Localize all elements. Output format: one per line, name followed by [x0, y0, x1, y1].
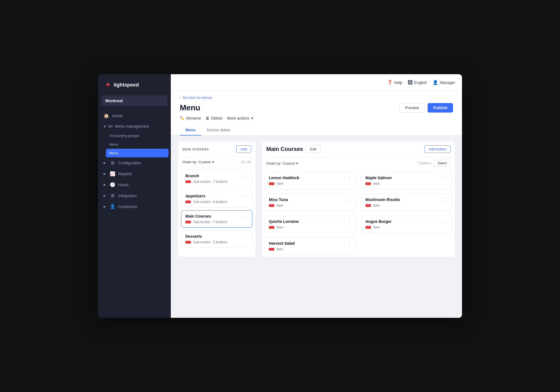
sidebar-item-menu[interactable]: Menu — [106, 149, 169, 157]
page-actions: Preview Publish — [399, 103, 453, 113]
accounting-groups-label: Accounting groups — [109, 134, 139, 138]
right-column: Main Courses Edit Add button Order by: C… — [262, 141, 455, 257]
page-title-row: Menu Preview Publish — [180, 103, 453, 113]
rename-icon: ✏️ — [180, 116, 185, 120]
breadcrumb-arrow-icon: ‹ — [180, 96, 181, 100]
right-order-arrow-icon: ▾ — [296, 161, 298, 165]
item-card-angus-burger[interactable]: Angus Burger Item ⋮⋮ — [361, 216, 452, 233]
quiche-lorraine-color-dot — [269, 226, 274, 229]
configuration-label: Configuration — [118, 161, 141, 165]
help-button[interactable]: ❓ Help — [387, 80, 402, 85]
left-column: MAIN SCREENS Add Order by: Custom ▾ 10 /… — [178, 141, 256, 257]
add-screen-button[interactable]: Add — [236, 145, 251, 153]
logo-text: lightspeed — [114, 82, 139, 88]
item-lemon-haddock-sub: Item — [269, 182, 340, 186]
reports-icon: 📈 — [110, 171, 115, 176]
item-card-miso-tuna[interactable]: Miso Tuna Item ⋮⋮ — [265, 194, 356, 211]
sidebar-item-home[interactable]: 🏠 Home — [100, 110, 169, 121]
harvest-salad-color-dot — [269, 248, 274, 251]
left-order-select[interactable]: Order by: Custom ▾ — [182, 160, 214, 164]
expand-arrow-icon: ▾ — [104, 124, 106, 129]
angus-burger-sub-label: Item — [373, 225, 380, 229]
left-order-label: Order by: — [182, 160, 197, 164]
harvest-salad-drag-handle[interactable]: ⋮⋮ — [340, 241, 351, 246]
maple-salmon-drag-handle[interactable]: ⋮⋮ — [437, 176, 448, 181]
edit-button[interactable]: Edit — [306, 145, 320, 153]
quiche-lorraine-sub-label: Item — [277, 225, 283, 229]
main-courses-drag-handle[interactable]: ⋮⋮ — [237, 214, 248, 219]
select-button[interactable]: Select — [434, 160, 451, 167]
screen-card-desserts[interactable]: Desserts Sub-screen - 3 buttons ⋮⋮ — [181, 230, 252, 248]
sidebar-item-customers[interactable]: ▶ 👤 Customers — [100, 201, 169, 212]
language-selector[interactable]: 🅰 English — [408, 80, 427, 85]
item-mushroom-risotto-content: Mushroom Risotto Item — [365, 197, 437, 207]
sidebar-location[interactable]: Montreal — [101, 95, 167, 106]
miso-tuna-drag-handle[interactable]: ⋮⋮ — [340, 197, 351, 203]
brunch-drag-handle[interactable]: ⋮⋮ — [237, 174, 248, 179]
topbar: ❓ Help 🅰 English 👤 Manager — [171, 74, 462, 91]
appetizers-drag-handle[interactable]: ⋮⋮ — [237, 194, 248, 199]
user-menu[interactable]: 👤 Manager — [433, 80, 455, 85]
delete-button[interactable]: 🗑 Delete — [206, 116, 222, 120]
item-angus-burger-name: Angus Burger — [365, 219, 437, 224]
sidebar-item-menu-management[interactable]: ▾ 🍽 Menu management — [100, 121, 169, 131]
screen-card-desserts-sub: Sub-screen - 3 buttons — [185, 240, 237, 244]
mushroom-risotto-drag-handle[interactable]: ⋮⋮ — [437, 197, 448, 203]
item-maple-salmon-name: Maple Salmon — [365, 176, 437, 180]
customers-label: Customers — [118, 204, 137, 209]
more-actions-button[interactable]: More actions ▾ — [227, 116, 253, 120]
sidebar-item-integration[interactable]: ▶ ⊞ Integration — [100, 190, 169, 201]
tab-device-status[interactable]: Device status — [201, 125, 236, 136]
item-quiche-lorraine-content: Quiche Lorraine Item — [269, 219, 340, 229]
tab-device-status-label: Device status — [207, 128, 230, 132]
desserts-sub-label: Sub-screen - 3 buttons — [193, 240, 227, 244]
sidebar-item-hours[interactable]: ▶ 🕐 Hours — [100, 179, 169, 190]
item-lemon-haddock-name: Lemon Haddock — [269, 176, 340, 180]
item-card-harvest-salad[interactable]: Harvest Salad Item ⋮⋮ — [265, 237, 356, 255]
item-card-mushroom-risotto[interactable]: Mushroom Risotto Item ⋮⋮ — [361, 194, 452, 211]
item-card-maple-salmon[interactable]: Maple Salmon Item ⋮⋮ — [361, 172, 452, 189]
sidebar-item-reports[interactable]: ▶ 📈 Reports — [100, 168, 169, 179]
lemon-haddock-drag-handle[interactable]: ⋮⋮ — [340, 176, 351, 181]
item-maple-salmon-sub: Item — [365, 182, 437, 186]
user-label: Manager — [440, 80, 455, 85]
item-card-quiche-lorraine[interactable]: Quiche Lorraine Item ⋮⋮ — [265, 216, 356, 233]
screen-card-desserts-name: Desserts — [185, 234, 237, 239]
right-order-bar: Order by: Custom ▾ 7 buttons Select — [262, 157, 455, 170]
item-mushroom-risotto-sub: Item — [365, 204, 437, 207]
screen-card-brunch-name: Brunch — [185, 174, 237, 178]
add-button-button[interactable]: Add button — [424, 145, 451, 153]
items-label: Items — [109, 142, 118, 146]
configuration-icon: ⊞ — [110, 160, 115, 165]
screen-card-appetizers-sub: Sub-screen - 6 buttons — [185, 200, 237, 204]
preview-button[interactable]: Preview — [399, 103, 425, 113]
sidebar-item-accounting-groups[interactable]: Accounting groups — [106, 131, 169, 140]
miso-tuna-color-dot — [269, 204, 274, 207]
right-column-title: Main Courses — [266, 146, 303, 152]
left-column-title: MAIN SCREENS — [182, 148, 209, 151]
screen-card-appetizers[interactable]: Appetizers Sub-screen - 6 buttons ⋮⋮ — [181, 190, 252, 207]
item-card-lemon-haddock[interactable]: Lemon Haddock Item ⋮⋮ — [265, 172, 356, 189]
maple-salmon-sub-label: Item — [373, 182, 380, 186]
desserts-drag-handle[interactable]: ⋮⋮ — [237, 234, 248, 239]
breadcrumb[interactable]: ‹ Go back to menus — [180, 95, 453, 100]
quiche-lorraine-drag-handle[interactable]: ⋮⋮ — [340, 219, 351, 225]
rename-button[interactable]: ✏️ Rename — [180, 116, 201, 120]
desserts-color-dot — [185, 241, 191, 244]
item-harvest-salad-name: Harvest Salad — [269, 241, 340, 246]
screen-card-main-courses[interactable]: Main Courses Sub-screen - 7 buttons ⋮⋮ — [181, 210, 252, 228]
item-lemon-haddock-content: Lemon Haddock Item — [269, 176, 340, 186]
right-order-select[interactable]: Order by: Custom ▾ — [266, 161, 298, 165]
angus-burger-drag-handle[interactable]: ⋮⋮ — [437, 219, 448, 225]
integration-icon: ⊞ — [110, 193, 115, 198]
configuration-expand-icon: ▶ — [104, 161, 106, 164]
right-order-value: Custom — [283, 161, 295, 165]
tab-menu[interactable]: Menu — [180, 125, 201, 136]
item-miso-tuna-name: Miso Tuna — [269, 197, 340, 202]
publish-button[interactable]: Publish — [428, 103, 453, 113]
menu-management-label: Menu management — [115, 124, 149, 129]
sidebar-item-items[interactable]: Items — [106, 140, 169, 149]
sidebar-item-configuration[interactable]: ▶ ⊞ Configuration — [100, 157, 169, 168]
toolbar-row: ✏️ Rename 🗑 Delete More actions ▾ — [180, 116, 453, 124]
screen-card-brunch[interactable]: Brunch Sub-screen - 7 buttons ⋮⋮ — [181, 170, 252, 187]
